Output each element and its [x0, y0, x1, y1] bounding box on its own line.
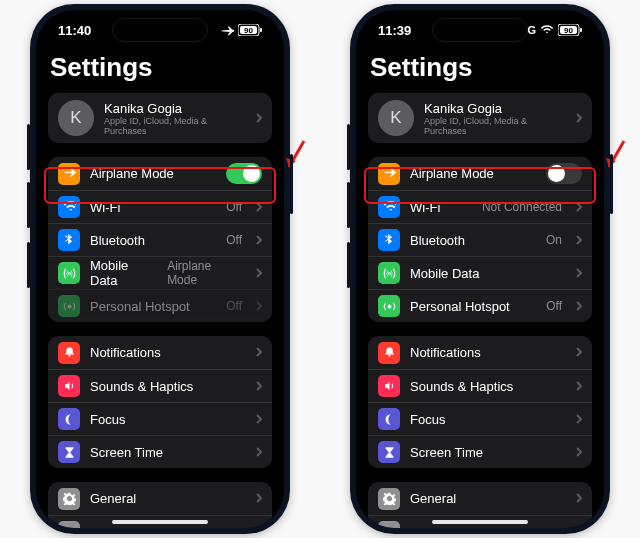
row-wi-fi[interactable]: Wi-FiNot Connected	[368, 190, 592, 223]
row-label: Airplane Mode	[90, 166, 174, 181]
row-bluetooth[interactable]: BluetoothOff	[48, 223, 272, 256]
row-focus[interactable]: Focus	[48, 402, 272, 435]
switches-icon	[58, 521, 80, 528]
chevron-right-icon	[256, 525, 262, 529]
settings-scroll[interactable]: Settings K Kanika Gogia Apple ID, iCloud…	[356, 50, 604, 528]
status-right: 90	[220, 24, 262, 36]
row-label: Mobile Data	[410, 266, 479, 281]
moon-icon	[58, 408, 80, 430]
screen-left: 11:40 90 Settings K Kanika Gogia Apple I…	[36, 10, 284, 528]
alerts-group: NotificationsSounds & HapticsFocusScreen…	[48, 336, 272, 468]
page-title: Settings	[370, 52, 592, 83]
row-bluetooth[interactable]: BluetoothOn	[368, 223, 592, 256]
bluetooth-icon	[58, 229, 80, 251]
row-label: Personal Hotspot	[410, 299, 510, 314]
notch	[112, 18, 208, 42]
row-mobile-data[interactable]: Mobile Data	[368, 256, 592, 289]
row-general[interactable]: General	[48, 482, 272, 515]
row-label: Notifications	[410, 345, 481, 360]
antenna-icon	[378, 262, 400, 284]
row-sounds-haptics[interactable]: Sounds & Haptics	[368, 369, 592, 402]
toggle-airplane-mode[interactable]	[226, 163, 262, 184]
row-label: Focus	[410, 412, 445, 427]
row-sounds-haptics[interactable]: Sounds & Haptics	[48, 369, 272, 402]
row-value: On	[546, 233, 562, 247]
chevron-right-icon	[256, 345, 262, 360]
account-row[interactable]: K Kanika Gogia Apple ID, iCloud, Media &…	[48, 93, 272, 143]
chevron-right-icon	[576, 299, 582, 314]
chevron-right-icon	[576, 200, 582, 215]
airplane-icon	[58, 163, 80, 185]
row-label: Bluetooth	[410, 233, 465, 248]
gear-icon	[58, 488, 80, 510]
home-indicator[interactable]	[112, 520, 208, 524]
page-title: Settings	[50, 52, 272, 83]
row-wi-fi[interactable]: Wi-FiOff	[48, 190, 272, 223]
row-label: Mobile Data	[90, 258, 157, 288]
row-label: Personal Hotspot	[90, 299, 190, 314]
row-personal-hotspot[interactable]: Personal HotspotOff	[368, 289, 592, 322]
account-sub: Apple ID, iCloud, Media & Purchases	[104, 116, 242, 136]
hourglass-icon	[58, 441, 80, 463]
row-label: Wi-Fi	[90, 200, 120, 215]
svg-rect-2	[260, 28, 262, 32]
row-value: Airplane Mode	[167, 259, 242, 287]
antenna-icon	[58, 262, 80, 284]
notch	[432, 18, 528, 42]
row-personal-hotspot[interactable]: Personal HotspotOff	[48, 289, 272, 322]
moon-icon	[378, 408, 400, 430]
connectivity-group: Airplane ModeWi-FiOffBluetoothOffMobile …	[48, 157, 272, 322]
row-label: Sounds & Haptics	[90, 379, 193, 394]
row-label: Airplane Mode	[410, 166, 494, 181]
account-sub: Apple ID, iCloud, Media & Purchases	[424, 116, 562, 136]
row-general[interactable]: General	[368, 482, 592, 515]
row-label: Screen Time	[90, 445, 163, 460]
home-indicator[interactable]	[432, 520, 528, 524]
hourglass-icon	[378, 441, 400, 463]
row-mobile-data[interactable]: Mobile DataAirplane Mode	[48, 256, 272, 289]
row-label: General	[90, 491, 136, 506]
phone-right: 11:39 4G 90 Settings K Kanika Gogia Appl…	[350, 4, 610, 534]
account-row[interactable]: K Kanika Gogia Apple ID, iCloud, Media &…	[368, 93, 592, 143]
chevron-right-icon	[576, 491, 582, 506]
chevron-right-icon	[256, 299, 262, 314]
chevron-right-icon	[256, 445, 262, 460]
wifi-icon	[58, 196, 80, 218]
row-airplane-mode[interactable]: Airplane Mode	[48, 157, 272, 190]
row-value: Off	[226, 200, 242, 214]
chevron-right-icon	[256, 491, 262, 506]
settings-scroll[interactable]: Settings K Kanika Gogia Apple ID, iCloud…	[36, 50, 284, 528]
wifi-icon	[540, 25, 554, 35]
row-focus[interactable]: Focus	[368, 402, 592, 435]
row-notifications[interactable]: Notifications	[48, 336, 272, 369]
chevron-right-icon	[256, 200, 262, 215]
bluetooth-icon	[378, 229, 400, 251]
speaker-icon	[58, 375, 80, 397]
airplane-icon	[378, 163, 400, 185]
row-label: Bluetooth	[90, 233, 145, 248]
screen-right: 11:39 4G 90 Settings K Kanika Gogia Appl…	[356, 10, 604, 528]
bell-icon	[378, 342, 400, 364]
chevron-right-icon	[256, 266, 262, 281]
annotation-arrow	[284, 139, 308, 177]
avatar: K	[378, 100, 414, 136]
row-notifications[interactable]: Notifications	[368, 336, 592, 369]
alerts-group: NotificationsSounds & HapticsFocusScreen…	[368, 336, 592, 468]
row-label: Control Centre	[90, 525, 175, 529]
airplane-icon	[220, 25, 234, 36]
gear-icon	[378, 488, 400, 510]
row-value: Off	[226, 299, 242, 313]
row-label: Sounds & Haptics	[410, 379, 513, 394]
phone-left: 11:40 90 Settings K Kanika Gogia Apple I…	[30, 4, 290, 534]
status-time: 11:40	[58, 23, 91, 38]
status-time: 11:39	[378, 23, 411, 38]
chevron-right-icon	[576, 445, 582, 460]
row-screen-time[interactable]: Screen Time	[48, 435, 272, 468]
hotspot-icon	[58, 295, 80, 317]
svg-text:90: 90	[564, 26, 573, 35]
row-label: Control Centre	[410, 525, 495, 529]
toggle-airplane-mode[interactable]	[546, 163, 582, 184]
row-screen-time[interactable]: Screen Time	[368, 435, 592, 468]
row-value: Not Connected	[482, 200, 562, 214]
row-airplane-mode[interactable]: Airplane Mode	[368, 157, 592, 190]
